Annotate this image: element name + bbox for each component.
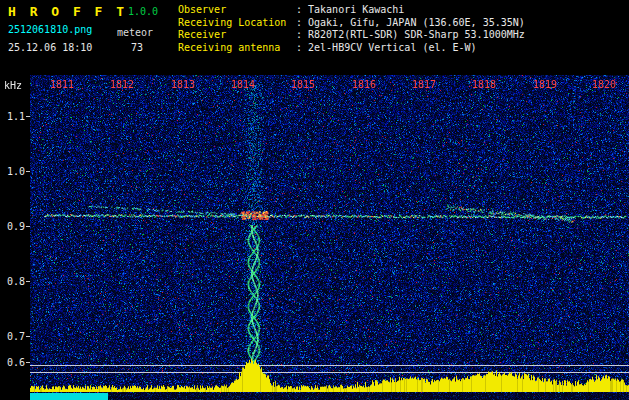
station-info: Observer:Takanori Kawachi Receiving Loca…	[178, 4, 525, 54]
observer-label: Observer	[178, 4, 296, 17]
freq-label-0-9: 0.9	[7, 221, 25, 232]
freq-tick	[26, 226, 30, 227]
colon: :	[296, 4, 302, 15]
observer-row: Observer:Takanori Kawachi	[178, 4, 525, 17]
time-label-1812: 1812	[110, 79, 134, 90]
time-label-1817: 1817	[412, 79, 436, 90]
hrofft-window: H R O F F T 1.0.0 2512061810.png meteor …	[0, 0, 629, 400]
location-value: Ogaki, Gifu, JAPAN (136.60E, 35.35N)	[308, 17, 525, 28]
freq-label-1-1: 1.1	[7, 111, 25, 122]
freq-axis-unit: kHz	[4, 80, 22, 91]
antenna-label: Receiving antenna	[178, 42, 296, 55]
antenna-row: Receiving antenna:2el-HB9CV Vertical (el…	[178, 42, 525, 55]
spectrogram-canvas	[30, 75, 629, 400]
freq-tick	[26, 281, 30, 282]
meteor-count: 73	[131, 42, 143, 53]
receiver-row: Receiver:R820T2(RTL-SDR) SDR-Sharp 53.10…	[178, 29, 525, 42]
time-label-1811: 1811	[50, 79, 74, 90]
freq-label-0-6: 0.6	[7, 357, 25, 368]
time-label-1815: 1815	[291, 79, 315, 90]
freq-tick	[26, 171, 30, 172]
app-version: 1.0.0	[128, 6, 158, 17]
app-title: H R O F F T	[8, 4, 127, 19]
output-filename: 2512061810.png	[8, 24, 92, 35]
time-label-1820: 1820	[592, 79, 616, 90]
receiver-value: R820T2(RTL-SDR) SDR-Sharp 53.1000MHz	[308, 29, 525, 40]
freq-tick	[26, 116, 30, 117]
time-label-1816: 1816	[352, 79, 376, 90]
observer-value: Takanori Kawachi	[308, 4, 404, 15]
antenna-value: 2el-HB9CV Vertical (el. E-W)	[308, 42, 477, 53]
freq-label-0-7: 0.7	[7, 331, 25, 342]
time-label-1814: 1814	[231, 79, 255, 90]
datetime-label: 25.12.06 18:10	[8, 42, 92, 53]
freq-label-0-8: 0.8	[7, 276, 25, 287]
freq-tick	[26, 336, 30, 337]
freq-tick	[26, 362, 30, 363]
receiver-label: Receiver	[178, 29, 296, 42]
time-label-1818: 1818	[472, 79, 496, 90]
location-row: Receiving Location:Ogaki, Gifu, JAPAN (1…	[178, 17, 525, 30]
time-label-1813: 1813	[171, 79, 195, 90]
colon: :	[296, 29, 302, 40]
colon: :	[296, 42, 302, 53]
mode-label: meteor	[117, 27, 153, 38]
colon: :	[296, 17, 302, 28]
location-label: Receiving Location	[178, 17, 296, 30]
freq-label-1-0: 1.0	[7, 166, 25, 177]
time-label-1819: 1819	[533, 79, 557, 90]
